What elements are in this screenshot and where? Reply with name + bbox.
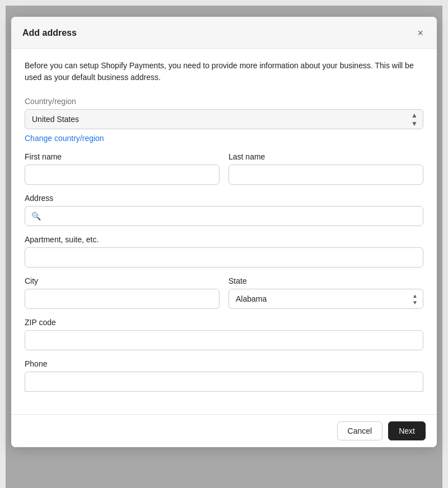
state-select-wrapper: Alabama Alaska Arizona California Colora… (228, 289, 423, 309)
country-region-group: Country/region United States ▲ ▼ Change … (25, 97, 423, 143)
city-state-row: City State Alabama Alaska Arizona Califo… (25, 276, 423, 309)
city-group: City (25, 276, 220, 309)
country-value: United States (32, 115, 79, 124)
apartment-label: Apartment, suite, etc. (25, 235, 423, 244)
country-select-display[interactable]: United States (25, 109, 423, 129)
search-icon: 🔍 (31, 212, 41, 220)
address-label: Address (25, 194, 423, 203)
modal-header: Add address × (11, 17, 437, 49)
zip-input[interactable] (25, 330, 423, 350)
state-label: State (228, 276, 423, 285)
add-address-modal: Add address × Before you can setup Shopi… (11, 17, 437, 447)
change-country-link[interactable]: Change country/region (25, 134, 104, 143)
state-select[interactable]: Alabama Alaska Arizona California Colora… (228, 289, 423, 309)
next-button[interactable]: Next (388, 421, 426, 440)
phone-input[interactable] (25, 372, 423, 392)
country-select-wrapper: United States ▲ ▼ (25, 109, 423, 129)
phone-label: Phone (25, 359, 423, 368)
country-label: Country/region (25, 97, 423, 106)
address-input[interactable] (25, 206, 423, 226)
city-label: City (25, 276, 220, 285)
last-name-input[interactable] (228, 165, 423, 185)
last-name-label: Last name (228, 152, 423, 161)
address-group: Address 🔍 (25, 194, 423, 226)
phone-group: Phone (25, 359, 423, 392)
first-name-input[interactable] (25, 165, 220, 185)
apartment-input[interactable] (25, 247, 423, 268)
state-group: State Alabama Alaska Arizona California … (228, 276, 423, 309)
first-name-group: First name (25, 152, 220, 185)
modal-description: Before you can setup Shopify Payments, y… (25, 60, 423, 83)
cancel-button[interactable]: Cancel (337, 421, 383, 440)
modal-footer: Cancel Next (11, 414, 437, 447)
modal-body: Before you can setup Shopify Payments, y… (11, 49, 437, 414)
apartment-group: Apartment, suite, etc. (25, 235, 423, 268)
country-select-arrows-icon: ▲ ▼ (411, 111, 418, 128)
address-input-wrapper: 🔍 (25, 206, 423, 226)
close-button[interactable]: × (415, 26, 426, 40)
city-input[interactable] (25, 289, 220, 309)
last-name-group: Last name (228, 152, 423, 185)
modal-title: Add address (22, 28, 77, 38)
zip-label: ZIP code (25, 318, 423, 327)
name-row: First name Last name (25, 152, 423, 185)
first-name-label: First name (25, 152, 220, 161)
zip-group: ZIP code (25, 318, 423, 350)
